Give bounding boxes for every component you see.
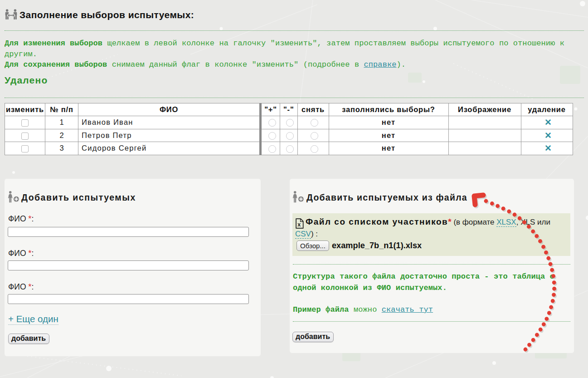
svg-text:x: x bbox=[297, 221, 301, 228]
